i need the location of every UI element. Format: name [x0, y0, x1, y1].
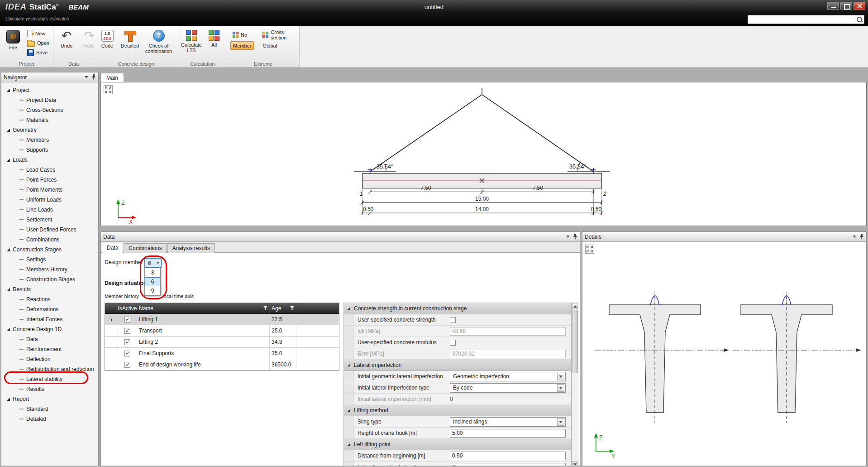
- user-specified-concrete-modulus-checkbox[interactable]: [450, 340, 456, 346]
- nav-item-reactions[interactable]: Reactions: [1, 294, 98, 304]
- expander-icon[interactable]: [7, 328, 10, 331]
- design-member-option-6[interactable]: 6: [145, 277, 160, 286]
- pin-icon[interactable]: [91, 74, 96, 80]
- nav-item-redistribution-and-reduction[interactable]: Redistribution and reduction: [1, 364, 98, 374]
- expander-icon[interactable]: [7, 398, 10, 401]
- extreme-no-button[interactable]: No: [230, 30, 254, 39]
- nav-item-user-defined-forces[interactable]: User-Defined Forces: [1, 225, 98, 235]
- expander-icon[interactable]: [348, 364, 350, 366]
- nav-item-load-cases[interactable]: Load Cases: [1, 165, 98, 175]
- scrollbar-thumb[interactable]: [572, 310, 578, 373]
- nav-item-reinforcement[interactable]: Reinforcement: [1, 344, 98, 354]
- nav-item-supports[interactable]: Supports: [1, 145, 98, 155]
- calculate-all-button[interactable]: All: [204, 29, 224, 49]
- design-member-option-9[interactable]: 9: [145, 286, 160, 295]
- nav-item-results[interactable]: Results: [1, 384, 98, 394]
- search-input[interactable]: [748, 16, 856, 23]
- col-isactive[interactable]: IsActive: [118, 303, 137, 313]
- isactive-checkbox[interactable]: [124, 351, 130, 356]
- nav-item-members[interactable]: Members: [1, 135, 98, 145]
- isactive-checkbox[interactable]: [124, 362, 130, 368]
- expander-icon[interactable]: [7, 248, 10, 251]
- fit-view-button[interactable]: [104, 85, 113, 94]
- nav-item-standard[interactable]: Standard: [1, 404, 98, 414]
- expander-icon[interactable]: [7, 89, 10, 92]
- nav-item-settings[interactable]: Settings: [1, 255, 98, 265]
- code-button[interactable]: 1.5 25.8 Code: [97, 29, 117, 50]
- detailed-button[interactable]: Detailed: [120, 29, 140, 50]
- nav-item-project-data[interactable]: Project Data: [1, 95, 98, 105]
- expander-icon[interactable]: [7, 129, 10, 132]
- nav-item-line-loads[interactable]: Line Loads: [1, 205, 98, 215]
- table-row-lifting-2[interactable]: Lifting 2 34.3: [105, 337, 339, 348]
- nav-item-deflection[interactable]: Deflection: [1, 354, 98, 364]
- nav-group-project[interactable]: Project: [1, 85, 98, 95]
- tab-main[interactable]: Main: [100, 73, 124, 82]
- check-of-combination-button[interactable]: Check of combination: [143, 29, 175, 55]
- new-button[interactable]: New: [26, 29, 51, 38]
- expander-icon[interactable]: [348, 443, 350, 446]
- lateral-eccentricity-input[interactable]: [450, 463, 566, 466]
- design-member-select[interactable]: 6: [144, 258, 162, 268]
- pin-icon[interactable]: [859, 234, 864, 240]
- expander-icon[interactable]: [348, 307, 350, 310]
- search-icon[interactable]: [856, 16, 863, 23]
- extreme-member-button[interactable]: Member: [230, 41, 254, 50]
- col-age[interactable]: Age: [270, 303, 296, 313]
- nav-group-results[interactable]: Results: [1, 284, 98, 294]
- nav-item-detailed[interactable]: Detailed: [1, 414, 98, 424]
- nav-group-geometry[interactable]: Geometry: [1, 125, 98, 135]
- nav-item-construction-stages[interactable]: Construction Stages: [1, 274, 98, 284]
- nav-group-concrete-design-1d[interactable]: Concrete Design 1D: [1, 324, 98, 334]
- isactive-checkbox[interactable]: [124, 339, 130, 345]
- initial-geometric-lateral-imperfection-select[interactable]: Geometric imperfection: [450, 372, 566, 381]
- sling-type-select[interactable]: Inclined slings: [450, 417, 566, 427]
- panel-menu-icon[interactable]: [853, 236, 856, 238]
- tab-data[interactable]: Data: [102, 243, 123, 253]
- expander-icon[interactable]: [7, 288, 10, 291]
- nav-group-report[interactable]: Report: [1, 394, 98, 404]
- close-button[interactable]: [854, 2, 865, 10]
- nav-item-members-history[interactable]: Members History: [1, 265, 98, 274]
- nav-item-materials[interactable]: Materials: [1, 115, 98, 125]
- tab-analysis-results[interactable]: Analysis results: [167, 243, 215, 253]
- section-left-lifting-point[interactable]: Left lifting point: [344, 439, 571, 450]
- expander-icon[interactable]: [348, 409, 350, 412]
- fck-input[interactable]: [450, 327, 566, 336]
- section-lateral-imperfection[interactable]: Lateral imperfection: [344, 360, 571, 371]
- table-row-final-supports[interactable]: Final Supports 35.0: [105, 348, 339, 359]
- nav-item-lateral-stability[interactable]: Lateral stability: [1, 374, 98, 384]
- nav-item-cross-sections[interactable]: Cross-Sections: [1, 105, 98, 115]
- tab-combinations[interactable]: Combinations: [124, 243, 167, 253]
- nav-item-uniform-loads[interactable]: Uniform Loads: [1, 195, 98, 205]
- minimize-button[interactable]: [827, 2, 839, 10]
- extreme-cross-section-button[interactable]: Cross-section: [260, 30, 296, 39]
- filter-icon[interactable]: [263, 306, 267, 310]
- isactive-checkbox[interactable]: [124, 328, 130, 334]
- nav-item-settlement[interactable]: Settlement: [1, 215, 98, 225]
- ecm-input[interactable]: [450, 350, 566, 358]
- properties-scrollbar[interactable]: [572, 303, 578, 466]
- nav-item-data[interactable]: Data: [1, 334, 98, 344]
- crane-hook-height-input[interactable]: [450, 429, 566, 438]
- open-button[interactable]: Open: [26, 39, 51, 47]
- expander-icon[interactable]: [7, 159, 10, 162]
- table-row-transport[interactable]: Transport 25.0: [105, 325, 339, 337]
- scrollbar-up-icon[interactable]: [572, 303, 578, 309]
- col-name[interactable]: Name: [137, 303, 270, 313]
- undo-button[interactable]: Undo: [57, 29, 76, 50]
- table-row-end-of-design-working-life[interactable]: End of design working life 36500.0: [105, 359, 339, 371]
- nav-group-construction-stages[interactable]: Construction Stages: [1, 245, 98, 255]
- initial-lateral-imperfection-type-select[interactable]: By code: [450, 383, 566, 393]
- nav-item-combinations[interactable]: Combinations: [1, 235, 98, 245]
- search-box[interactable]: [748, 15, 864, 24]
- user-specified-concrete-strength-checkbox[interactable]: [450, 317, 456, 323]
- nav-item-point-forces[interactable]: Point Forces: [1, 175, 98, 185]
- pin-icon[interactable]: [573, 234, 577, 240]
- design-member-option-3[interactable]: 3: [145, 268, 160, 277]
- panel-menu-icon[interactable]: [85, 76, 88, 78]
- section-lifting-method[interactable]: Lifting method: [344, 405, 571, 416]
- nav-group-loads[interactable]: Loads: [1, 155, 98, 165]
- nav-item-internal-forces[interactable]: Internal Forces: [1, 314, 98, 324]
- filter-icon[interactable]: [290, 306, 294, 310]
